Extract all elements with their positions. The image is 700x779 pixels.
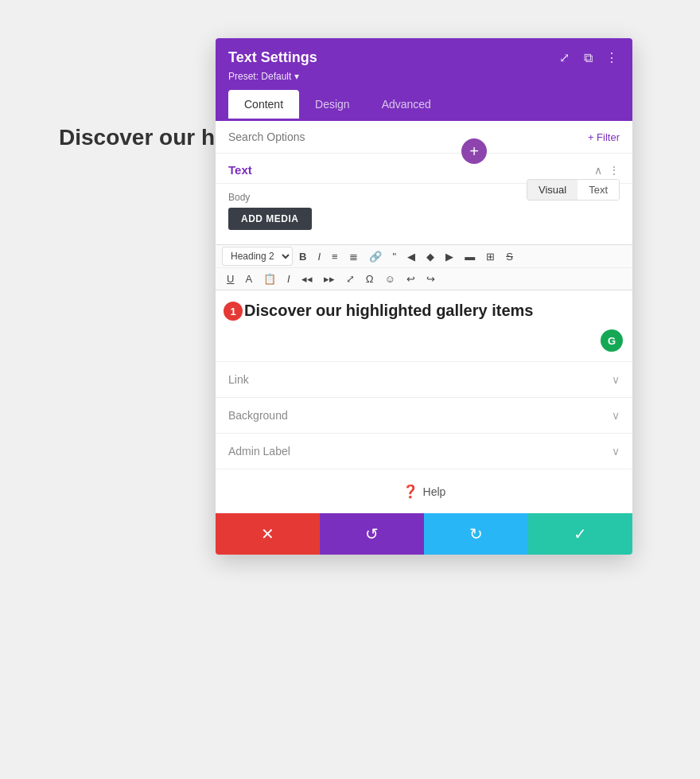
media-row: ADD MEDIA Visual Text [216,208,632,238]
text-color-button[interactable]: A [240,270,257,288]
add-module-button[interactable]: + [461,138,487,164]
text-toggle[interactable]: Text [578,180,619,200]
text-section-title: Text [228,163,252,177]
panel-header-top: Text Settings ⤢ ⧉ ⋮ [228,49,620,66]
special-char-button[interactable]: Ω [361,270,379,288]
view-toggle: Visual Text [527,179,620,201]
align-right-button[interactable]: ▶ [441,247,458,266]
cancel-icon: ✕ [261,524,274,543]
background-chevron-icon: ∨ [612,409,620,422]
section-controls: ∧ ⋮ [594,164,620,177]
admin-label: Admin Label [228,445,290,458]
fullscreen-editor-button[interactable]: ⤢ [341,270,360,288]
editor-content[interactable]: Discover our highlighted gallery items [244,302,620,320]
undo-editor-button[interactable]: ↩ [402,270,420,288]
toolbar-row-1: Heading 2 B I ≡ ≣ 🔗 " ◀ ◆ ▶ ▬ ⊞ S [216,244,632,268]
background-section[interactable]: Background ∨ [216,398,632,434]
outdent-button[interactable]: ◂◂ [297,270,317,288]
undo-icon: ↺ [365,524,379,543]
panel-header-icons: ⤢ ⧉ ⋮ [556,50,620,66]
tab-design[interactable]: Design [299,90,366,121]
paste-button[interactable]: 📋 [259,270,281,288]
tab-content[interactable]: Content [228,90,299,121]
help-section: ❓ Help [216,469,632,513]
link-button[interactable]: 🔗 [364,247,387,266]
indent-button[interactable]: ▸▸ [319,270,340,288]
redo-icon: ↻ [469,524,483,543]
align-center-button[interactable]: ◆ [422,247,439,266]
more-options-icon[interactable]: ⋮ [604,50,620,66]
redo-editor-button[interactable]: ↪ [422,270,440,288]
unordered-list-button[interactable]: ≡ [327,247,343,266]
panel-header: Text Settings ⤢ ⧉ ⋮ Preset: Default ▾ Co… [216,38,632,121]
background-label: Background [228,409,288,422]
panel-preset[interactable]: Preset: Default ▾ [228,71,620,82]
redo-button[interactable]: ↻ [424,513,528,555]
layout-icon[interactable]: ⧉ [580,50,596,66]
ordered-list-button[interactable]: ≣ [344,247,363,266]
link-chevron-icon: ∨ [612,373,620,386]
toolbar-row-2: U A 📋 I ◂◂ ▸▸ ⤢ Ω ☺ ↩ ↪ [216,268,632,290]
bold-button[interactable]: B [294,247,311,266]
add-media-button[interactable]: ADD MEDIA [228,208,312,230]
align-left-button[interactable]: ◀ [402,247,420,266]
clear-format-button[interactable]: I [282,270,295,288]
link-label: Link [228,373,249,386]
fullscreen-icon[interactable]: ⤢ [556,50,572,66]
search-input[interactable] [228,130,588,143]
panel-footer: ✕ ↺ ↻ ✓ [216,513,632,555]
undo-button[interactable]: ↺ [320,513,424,555]
settings-panel: Text Settings ⤢ ⧉ ⋮ Preset: Default ▾ Co… [216,38,632,555]
save-icon: ✓ [574,524,587,543]
admin-label-section[interactable]: Admin Label ∨ [216,434,632,469]
blockquote-button[interactable]: " [388,247,402,266]
visual-toggle[interactable]: Visual [527,180,578,200]
tab-advanced[interactable]: Advanced [366,90,447,121]
admin-chevron-icon: ∨ [612,445,620,458]
underline-button[interactable]: U [222,270,239,288]
save-button[interactable]: ✓ [528,513,632,555]
panel-title: Text Settings [228,49,317,66]
filter-button[interactable]: + Filter [588,131,620,143]
emoji-button[interactable]: ☺ [379,270,399,288]
table-button[interactable]: ⊞ [481,247,500,266]
cancel-button[interactable]: ✕ [216,513,320,555]
search-bar: + Filter [216,121,632,154]
editor-area[interactable]: 1 Discover our highlighted gallery items… [216,290,632,362]
help-text[interactable]: Help [423,485,446,498]
italic-button[interactable]: I [313,247,325,266]
align-justify-button[interactable]: ▬ [460,247,480,266]
help-icon: ❓ [402,484,418,499]
collapse-icon[interactable]: ∧ [594,164,602,177]
section-more-icon[interactable]: ⋮ [609,164,620,177]
grammarly-button[interactable]: G [601,329,623,352]
link-section[interactable]: Link ∨ [216,362,632,398]
editor-badge: 1 [224,302,243,321]
panel-body: + Filter Text ∧ ⋮ Body ADD MEDIA Visual … [216,121,632,513]
strikethrough-button[interactable]: S [501,247,518,266]
panel-tabs: Content Design Advanced [228,90,620,121]
heading-select[interactable]: Heading 2 [222,247,293,266]
